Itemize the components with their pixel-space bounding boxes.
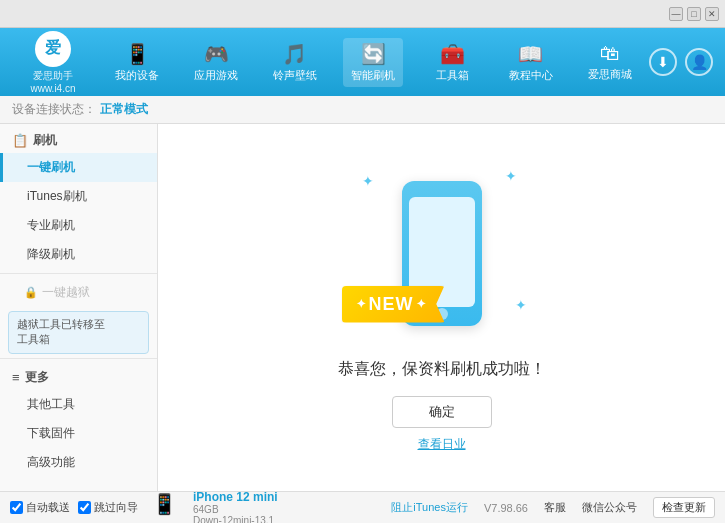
titlebar-buttons: — □ ✕ bbox=[669, 7, 719, 21]
sidebar-item-itunes-flash[interactable]: iTunes刷机 bbox=[0, 182, 157, 211]
smart-flash-icon: 🔄 bbox=[361, 42, 386, 66]
tutorial-icon: 📖 bbox=[518, 42, 543, 66]
new-banner-text: NEW bbox=[369, 294, 414, 315]
auto-load-checkbox[interactable]: 自动载送 bbox=[10, 500, 70, 515]
device-firmware: Down-12mini-13.1 bbox=[193, 515, 278, 524]
other-tools-label: 其他工具 bbox=[27, 397, 75, 411]
itunes-notice[interactable]: 阻止iTunes运行 bbox=[391, 500, 468, 515]
sparkle-3: ✦ bbox=[515, 297, 527, 313]
nav-app-game[interactable]: 🎮 应用游戏 bbox=[186, 38, 246, 87]
status-label: 设备连接状态： bbox=[12, 101, 96, 118]
logo-line1: 爱思助手 bbox=[33, 69, 73, 83]
bottom-right: 阻止iTunes运行 V7.98.66 客服 微信公众号 检查更新 bbox=[391, 497, 715, 518]
downgrade-flash-label: 降级刷机 bbox=[27, 247, 75, 261]
auto-load-input[interactable] bbox=[10, 501, 23, 514]
sidebar-item-download-firmware[interactable]: 下载固件 bbox=[0, 419, 157, 448]
my-device-label: 我的设备 bbox=[115, 68, 159, 83]
download-firmware-label: 下载固件 bbox=[27, 426, 75, 440]
via-wizard-checkbox[interactable]: 跳过向导 bbox=[78, 500, 138, 515]
itunes-flash-label: iTunes刷机 bbox=[27, 189, 87, 203]
minimize-btn[interactable]: — bbox=[669, 7, 683, 21]
nav-items: 📱 我的设备 🎮 应用游戏 🎵 铃声壁纸 🔄 智能刷机 🧰 工具箱 📖 教程中心… bbox=[98, 38, 649, 87]
device-phone-icon: 📱 bbox=[152, 492, 177, 516]
center-area: ✦ ✦ ✦ ✦ NEW ✦ 恭喜您，保资料刷机成功啦！ 确定 查看日业 bbox=[158, 124, 725, 491]
bottom-bar: 自动载送 跳过向导 📱 iPhone 12 mini 64GB Down-12m… bbox=[0, 491, 725, 523]
sidebar-item-pro-flash[interactable]: 专业刷机 bbox=[0, 211, 157, 240]
via-wizard-label: 跳过向导 bbox=[94, 500, 138, 515]
appstore-label: 爱思商城 bbox=[588, 67, 632, 82]
confirm-button-label: 确定 bbox=[429, 403, 455, 421]
toolbox-label: 工具箱 bbox=[436, 68, 469, 83]
advanced-label: 高级功能 bbox=[27, 455, 75, 469]
sidebar-item-advanced[interactable]: 高级功能 bbox=[0, 448, 157, 477]
auto-load-label: 自动载送 bbox=[26, 500, 70, 515]
navbar: 爱 爱思助手 www.i4.cn 📱 我的设备 🎮 应用游戏 🎵 铃声壁纸 🔄 … bbox=[0, 28, 725, 96]
via-wizard-input[interactable] bbox=[78, 501, 91, 514]
sidebar-item-downgrade-flash[interactable]: 降级刷机 bbox=[0, 240, 157, 269]
appstore-icon: 🛍 bbox=[600, 42, 620, 65]
version-label: V7.98.66 bbox=[484, 502, 528, 514]
statusbar: 设备连接状态： 正常模式 bbox=[0, 96, 725, 124]
sidebar: 📋 刷机 一键刷机 iTunes刷机 专业刷机 降级刷机 🔒 一键越狱 越狱工具… bbox=[0, 124, 158, 491]
itunes-notice-label: 阻止iTunes运行 bbox=[391, 500, 468, 515]
user-btn[interactable]: 👤 bbox=[685, 48, 713, 76]
confirm-button[interactable]: 确定 bbox=[392, 396, 492, 428]
close-btn[interactable]: ✕ bbox=[705, 7, 719, 21]
jailbreak-locked-label: 一键越狱 bbox=[42, 284, 90, 301]
flash-section-icon: 📋 bbox=[12, 133, 28, 148]
new-banner: ✦ NEW ✦ bbox=[342, 286, 445, 323]
logo-icon: 爱 bbox=[35, 31, 71, 67]
more-section-label: 更多 bbox=[25, 369, 49, 386]
tutorial-label: 教程中心 bbox=[509, 68, 553, 83]
wechat-official-link[interactable]: 微信公众号 bbox=[582, 500, 637, 515]
maximize-btn[interactable]: □ bbox=[687, 7, 701, 21]
success-text: 恭喜您，保资料刷机成功啦！ bbox=[338, 359, 546, 380]
pro-flash-label: 专业刷机 bbox=[27, 218, 75, 232]
download-btn[interactable]: ⬇ bbox=[649, 48, 677, 76]
one-click-flash-label: 一键刷机 bbox=[27, 160, 75, 174]
sparkle-1: ✦ bbox=[362, 173, 374, 189]
toolbox-icon: 🧰 bbox=[440, 42, 465, 66]
flash-section-title: 📋 刷机 bbox=[0, 124, 157, 153]
nav-ringtone[interactable]: 🎵 铃声壁纸 bbox=[265, 38, 325, 87]
nav-toolbox[interactable]: 🧰 工具箱 bbox=[422, 38, 482, 87]
sidebar-divider-2 bbox=[0, 358, 157, 359]
bottom-left: 自动载送 跳过向导 📱 iPhone 12 mini 64GB Down-12m… bbox=[10, 490, 278, 524]
device-info: iPhone 12 mini 64GB Down-12mini-13.1 bbox=[193, 490, 278, 524]
logo-symbol: 爱 bbox=[45, 38, 61, 59]
titlebar: — □ ✕ bbox=[0, 0, 725, 28]
nav-tutorial[interactable]: 📖 教程中心 bbox=[501, 38, 561, 87]
jailbreak-notice: 越狱工具已转移至工具箱 bbox=[8, 311, 149, 354]
new-star-left: ✦ bbox=[356, 297, 367, 311]
check-update-button[interactable]: 检查更新 bbox=[653, 497, 715, 518]
main-content: 📋 刷机 一键刷机 iTunes刷机 专业刷机 降级刷机 🔒 一键越狱 越狱工具… bbox=[0, 124, 725, 491]
flash-section-label: 刷机 bbox=[33, 132, 57, 149]
app-game-icon: 🎮 bbox=[204, 42, 229, 66]
device-name: iPhone 12 mini bbox=[193, 490, 278, 504]
jailbreak-notice-text: 越狱工具已转移至工具箱 bbox=[17, 318, 105, 345]
customer-service-link[interactable]: 客服 bbox=[544, 500, 566, 515]
status-value: 正常模式 bbox=[100, 101, 148, 118]
device-storage: 64GB bbox=[193, 504, 278, 515]
logo-line2: www.i4.cn bbox=[30, 83, 75, 94]
more-section-title: ≡ 更多 bbox=[0, 363, 157, 390]
illustration-area: ✦ ✦ ✦ ✦ NEW ✦ bbox=[342, 163, 542, 343]
check-update-label: 检查更新 bbox=[662, 501, 706, 513]
daily-task-link[interactable]: 查看日业 bbox=[418, 436, 466, 453]
ringtone-icon: 🎵 bbox=[282, 42, 307, 66]
sidebar-item-one-click-flash[interactable]: 一键刷机 bbox=[0, 153, 157, 182]
nav-my-device[interactable]: 📱 我的设备 bbox=[107, 38, 167, 87]
nav-right-buttons: ⬇ 👤 bbox=[649, 48, 713, 76]
nav-appstore[interactable]: 🛍 爱思商城 bbox=[580, 38, 640, 86]
sidebar-item-other-tools[interactable]: 其他工具 bbox=[0, 390, 157, 419]
lock-icon: 🔒 bbox=[24, 286, 38, 299]
smart-flash-label: 智能刷机 bbox=[351, 68, 395, 83]
sidebar-item-jailbreak-locked: 🔒 一键越狱 bbox=[0, 278, 157, 307]
new-star-right: ✦ bbox=[416, 297, 427, 311]
sidebar-divider-1 bbox=[0, 273, 157, 274]
nav-smart-flash[interactable]: 🔄 智能刷机 bbox=[343, 38, 403, 87]
app-game-label: 应用游戏 bbox=[194, 68, 238, 83]
device-section: 📱 iPhone 12 mini 64GB Down-12mini-13.1 bbox=[152, 490, 278, 524]
logo-area: 爱 爱思助手 www.i4.cn bbox=[8, 31, 98, 94]
my-device-icon: 📱 bbox=[125, 42, 150, 66]
